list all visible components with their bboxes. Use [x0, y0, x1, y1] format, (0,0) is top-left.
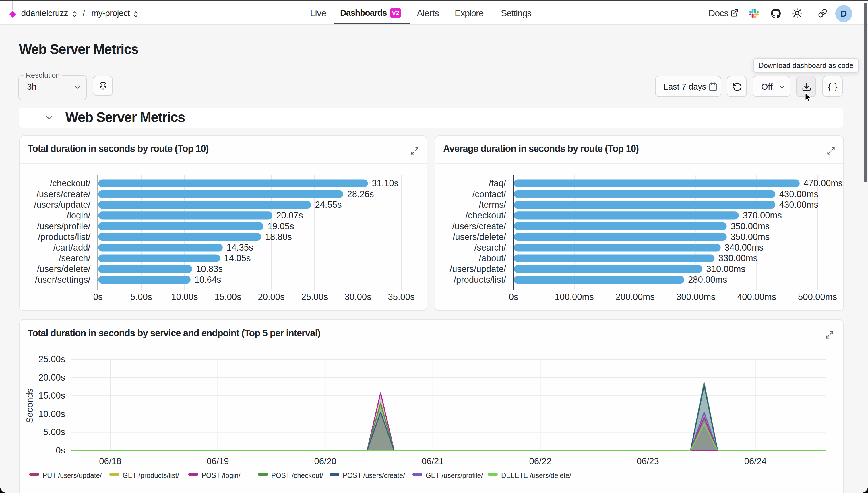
svg-text:Seconds: Seconds [25, 389, 35, 423]
svg-text:/search/: /search/ [474, 242, 506, 253]
svg-text:/products/list/: /products/list/ [453, 275, 506, 285]
svg-text:500.00ms: 500.00ms [798, 292, 837, 302]
svg-text:/products/list/: /products/list/ [38, 232, 90, 242]
svg-text:/users/create/: /users/create/ [37, 189, 90, 199]
svg-text:330.00ms: 330.00ms [718, 253, 758, 263]
svg-text:GET /users/profile/: GET /users/profile/ [426, 471, 483, 479]
svg-text:/about/: /about/ [479, 253, 506, 263]
svg-text:18.80s: 18.80s [265, 232, 292, 242]
svg-text:/checkout/: /checkout/ [50, 178, 91, 188]
svg-text:06/23: 06/23 [637, 456, 659, 466]
svg-text:/terms/: /terms/ [479, 200, 506, 210]
svg-text:10.00s: 10.00s [39, 409, 65, 419]
svg-text:400.00ms: 400.00ms [737, 292, 776, 302]
svg-text:10.64s: 10.64s [194, 275, 221, 285]
svg-text:POST /users/create/: POST /users/create/ [343, 471, 405, 479]
svg-text:/users/profile/: /users/profile/ [37, 221, 90, 231]
svg-text:/search/: /search/ [59, 253, 91, 263]
svg-text:340.00ms: 340.00ms [724, 242, 763, 253]
svg-text:/users/delete/: /users/delete/ [453, 232, 506, 242]
svg-text:10.83s: 10.83s [196, 264, 223, 274]
svg-text:PUT /users/update/: PUT /users/update/ [42, 471, 102, 479]
svg-text:20.00s: 20.00s [39, 372, 65, 383]
svg-text:350.00ms: 350.00ms [731, 232, 769, 242]
svg-text:35.00s: 35.00s [388, 292, 415, 302]
svg-text:5.00s: 5.00s [43, 427, 65, 437]
svg-text:430.00ms: 430.00ms [779, 200, 818, 210]
svg-text:430.00ms: 430.00ms [779, 189, 818, 199]
svg-text:/users/update/: /users/update/ [34, 200, 91, 210]
svg-text:0s: 0s [509, 292, 518, 302]
svg-text:/login/: /login/ [67, 210, 90, 220]
svg-text:470.00ms: 470.00ms [803, 178, 843, 188]
svg-text:370.00ms: 370.00ms [743, 210, 782, 220]
svg-text:06/18: 06/18 [99, 456, 122, 466]
svg-text:06/20: 06/20 [314, 456, 336, 466]
svg-text:/users/create/: /users/create/ [452, 221, 506, 231]
svg-text:14.05s: 14.05s [224, 253, 251, 263]
svg-text:06/21: 06/21 [422, 456, 444, 466]
svg-text:/users/update/: /users/update/ [450, 264, 506, 274]
svg-text:25.00s: 25.00s [39, 354, 65, 364]
svg-text:19.05s: 19.05s [267, 221, 294, 231]
svg-text:5.00s: 5.00s [130, 292, 152, 302]
svg-text:200.00ms: 200.00ms [616, 292, 655, 302]
svg-text:06/22: 06/22 [529, 456, 552, 466]
svg-text:/contact/: /contact/ [472, 189, 506, 199]
svg-text:28.26s: 28.26s [347, 189, 374, 199]
svg-text:310.00ms: 310.00ms [706, 264, 745, 274]
svg-text:0s: 0s [93, 292, 103, 302]
svg-text:15.00s: 15.00s [39, 390, 65, 401]
svg-text:/cart/add/: /cart/add/ [54, 242, 91, 253]
svg-text:GET /products/list/: GET /products/list/ [123, 471, 179, 479]
svg-text:300.00ms: 300.00ms [676, 292, 715, 302]
svg-text:20.00s: 20.00s [258, 292, 284, 302]
svg-text:06/24: 06/24 [744, 456, 767, 466]
svg-text:DELETE /users/delete/: DELETE /users/delete/ [501, 471, 571, 479]
svg-text:/user/settings/: /user/settings/ [35, 275, 90, 285]
svg-text:/faq/: /faq/ [489, 178, 506, 188]
svg-text:10.00s: 10.00s [171, 292, 198, 302]
svg-text:280.00ms: 280.00ms [688, 275, 727, 285]
svg-text:/checkout/: /checkout/ [466, 210, 506, 220]
svg-text:31.10s: 31.10s [372, 178, 398, 188]
svg-text:24.55s: 24.55s [315, 200, 342, 210]
svg-text:350.00ms: 350.00ms [731, 221, 769, 231]
svg-text:0s: 0s [56, 445, 65, 455]
svg-text:20.07s: 20.07s [276, 210, 303, 220]
svg-text:/users/delete/: /users/delete/ [37, 264, 90, 274]
svg-text:100.00ms: 100.00ms [555, 292, 594, 302]
svg-text:30.00s: 30.00s [344, 292, 371, 302]
svg-text:POST /checkout/: POST /checkout/ [271, 471, 323, 479]
svg-text:15.00s: 15.00s [214, 292, 241, 302]
svg-text:POST /login/: POST /login/ [202, 471, 240, 479]
svg-text:06/19: 06/19 [207, 456, 229, 466]
svg-text:25.00s: 25.00s [301, 292, 328, 302]
svg-text:14.35s: 14.35s [227, 242, 253, 253]
